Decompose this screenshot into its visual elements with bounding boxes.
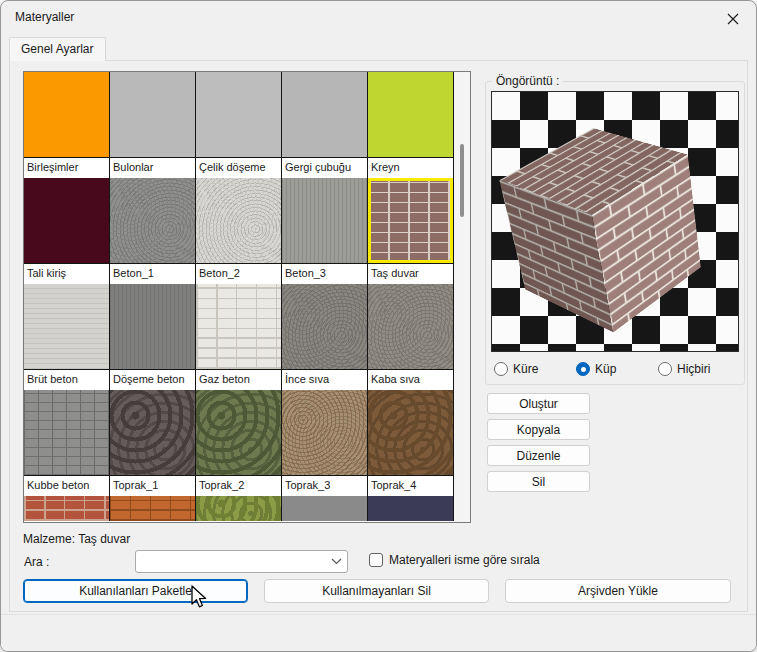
footer: Tamam İptal [1, 615, 756, 651]
side-buttons: OluşturKopyalaDüzenleSil [487, 393, 590, 492]
material-thumbnail [110, 72, 195, 157]
material-status: Malzeme: Taş duvar [23, 532, 130, 546]
material-label: Toprak_1 [110, 475, 195, 496]
material-tile[interactable]: Toprak_4 [368, 390, 454, 496]
material-label: Tali kiriş [24, 263, 109, 284]
material-tile[interactable]: Tali kiriş [24, 178, 110, 284]
material-tile[interactable] [368, 496, 454, 521]
side-button-düzenle[interactable]: Düzenle [487, 445, 590, 466]
material-label: Beton_1 [110, 263, 195, 284]
action-button[interactable]: Kullanılmayanları Sil [264, 579, 489, 603]
material-thumbnail [110, 496, 195, 521]
materials-grid: BirleşimlerBulonlarÇelik döşemeGergi çub… [24, 72, 454, 521]
material-thumbnail [282, 72, 367, 157]
preview-groupbox: Öngörüntü : [485, 81, 745, 385]
radio-icon [576, 362, 590, 376]
material-label: İnce sıva [282, 369, 367, 390]
material-tile[interactable]: Toprak_1 [110, 390, 196, 496]
titlebar: Materyaller [1, 1, 756, 33]
material-tile[interactable]: Kaba sıva [368, 284, 454, 390]
material-thumbnail [24, 496, 109, 521]
material-tile[interactable]: Gergi çubuğu [282, 72, 368, 178]
action-button[interactable]: Kullanılanları Paketle [23, 579, 248, 603]
scrollbar-track[interactable] [454, 72, 470, 522]
material-thumbnail [24, 72, 109, 157]
material-thumbnail [368, 284, 453, 369]
radio-label: Hiçbiri [677, 362, 710, 376]
material-tile[interactable]: Kreyn [368, 72, 454, 178]
material-tile[interactable]: Döşeme beton [110, 284, 196, 390]
material-label: Beton_2 [196, 263, 281, 284]
material-label: Birleşimler [24, 157, 109, 178]
material-thumbnail [368, 496, 453, 521]
material-label: Kubbe beton [24, 475, 109, 496]
material-tile[interactable]: Beton_3 [282, 178, 368, 284]
side-button-sil[interactable]: Sil [487, 471, 590, 492]
material-tile[interactable]: Toprak_3 [282, 390, 368, 496]
material-tile[interactable]: Toprak_2 [196, 390, 282, 496]
preview-cube [543, 141, 654, 310]
material-thumbnail [24, 284, 109, 369]
material-thumbnail [110, 390, 195, 475]
preview-shape-radio[interactable]: Küre [494, 362, 576, 376]
checkbox-icon[interactable] [369, 553, 383, 567]
material-thumbnail [110, 284, 195, 369]
material-tile[interactable]: Birleşimler [24, 72, 110, 178]
material-tile[interactable] [24, 496, 110, 521]
material-tile[interactable] [110, 496, 196, 521]
material-label: Toprak_2 [196, 475, 281, 496]
scrollbar-thumb[interactable] [460, 144, 464, 217]
material-thumbnail [368, 390, 453, 475]
radio-icon [494, 362, 508, 376]
tab-genel-ayarlar[interactable]: Genel Ayarlar [9, 37, 106, 61]
radio-label: Küp [595, 362, 616, 376]
material-tile[interactable]: Taş duvar [368, 178, 454, 284]
material-tile[interactable] [282, 496, 368, 521]
material-tile[interactable]: Bulonlar [110, 72, 196, 178]
side-button-oluştur[interactable]: Oluştur [487, 393, 590, 414]
material-label: Toprak_3 [282, 475, 367, 496]
material-label: Beton_3 [282, 263, 367, 284]
shape-radio-group: KüreKüpHiçbiri [494, 362, 740, 376]
material-thumbnail [368, 178, 453, 263]
radio-icon [658, 362, 672, 376]
material-thumbnail [368, 72, 453, 157]
sort-checkbox-row[interactable]: Materyalleri isme göre sırala [369, 553, 540, 567]
material-tile[interactable]: Gaz beton [196, 284, 282, 390]
action-buttons: Kullanılanları PaketleKullanılmayanları … [1, 579, 756, 603]
action-button[interactable]: Arşivden Yükle [505, 579, 731, 603]
search-combobox[interactable] [135, 550, 348, 573]
material-label: Bulonlar [110, 157, 195, 178]
material-tile[interactable]: Çelik döşeme [196, 72, 282, 178]
material-label: Taş duvar [368, 263, 453, 284]
close-icon[interactable] [722, 9, 744, 29]
material-tile[interactable] [196, 496, 282, 521]
preview-viewport [491, 91, 739, 352]
material-thumbnail [196, 72, 281, 157]
preview-shape-radio[interactable]: Küp [576, 362, 658, 376]
material-thumbnail [110, 178, 195, 263]
materials-list: BirleşimlerBulonlarÇelik döşemeGergi çub… [23, 71, 471, 523]
preview-shape-radio[interactable]: Hiçbiri [658, 362, 740, 376]
material-label: Çelik döşeme [196, 157, 281, 178]
material-thumbnail [196, 496, 281, 521]
chevron-down-icon[interactable] [325, 558, 347, 565]
sort-checkbox-label: Materyalleri isme göre sırala [389, 553, 540, 567]
material-label: Brüt beton [24, 369, 109, 390]
material-thumbnail [282, 496, 367, 521]
material-tile[interactable]: İnce sıva [282, 284, 368, 390]
material-label: Gergi çubuğu [282, 157, 367, 178]
material-thumbnail [196, 390, 281, 475]
material-label: Toprak_4 [368, 475, 453, 496]
material-label: Döşeme beton [110, 369, 195, 390]
materials-dialog: Materyaller Genel Ayarlar BirleşimlerBul… [0, 0, 757, 652]
search-label: Ara : [24, 555, 49, 569]
material-tile[interactable]: Kubbe beton [24, 390, 110, 496]
material-thumbnail [282, 390, 367, 475]
side-button-kopyala[interactable]: Kopyala [487, 419, 590, 440]
material-thumbnail [196, 284, 281, 369]
material-label: Kaba sıva [368, 369, 453, 390]
material-tile[interactable]: Brüt beton [24, 284, 110, 390]
material-tile[interactable]: Beton_1 [110, 178, 196, 284]
material-tile[interactable]: Beton_2 [196, 178, 282, 284]
